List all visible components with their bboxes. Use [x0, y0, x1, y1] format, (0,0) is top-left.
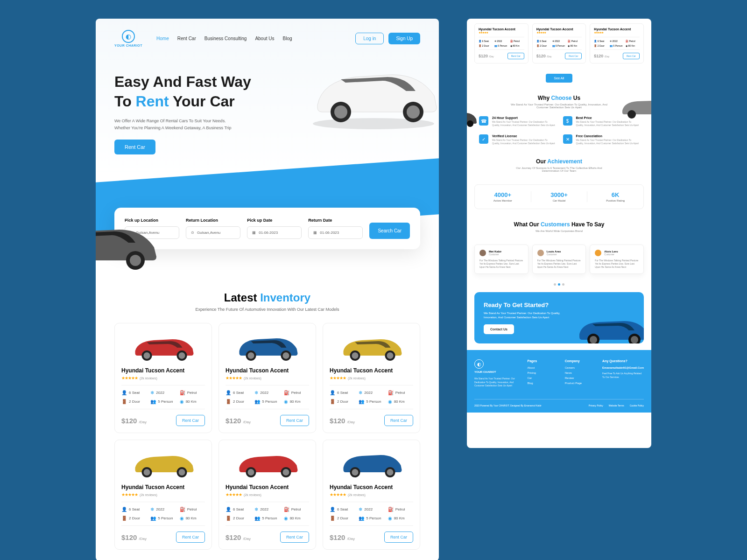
return-location-label: Return Location [186, 218, 240, 223]
signup-button[interactable]: Sign Up [388, 33, 420, 44]
login-button[interactable]: Log in [355, 33, 384, 44]
svg-point-8 [130, 255, 141, 266]
footer-company-column: Company CareersNewsReviewProduct Page [565, 359, 596, 388]
seat-icon: 👤 [226, 390, 231, 395]
footer-link[interactable]: Product Page [565, 382, 596, 385]
svg-point-4 [407, 105, 420, 119]
search-button[interactable]: Search Car [369, 223, 410, 239]
car-card[interactable]: Hyundai Tucson Accent ★★★★★(2k reviews) … [114, 323, 212, 433]
footer-link[interactable]: Website Terms [609, 404, 624, 407]
nav-rent[interactable]: Rent Car [177, 36, 196, 41]
rent-car-button[interactable]: Rent Car [280, 415, 309, 426]
nav-about[interactable]: About Us [255, 36, 274, 41]
pickup-date-input[interactable]: ▦01-06-2023 [247, 226, 302, 239]
seat-icon: 👤 [121, 390, 127, 395]
footer: ◐YOUR CHARIOT We Stand As Your Trusted P… [467, 350, 651, 413]
return-location-input[interactable]: ⊙Gulsan,Avenu [186, 226, 240, 239]
rent-car-button[interactable]: Rent Car [623, 53, 640, 59]
side-car-image [96, 205, 161, 280]
svg-point-32 [387, 469, 394, 476]
car-image [121, 447, 205, 479]
nav-links: Home Rent Car Business Consulting About … [156, 36, 341, 41]
feature-item: ☎24 Hour SupportWe Stand As Your Trusted… [479, 116, 556, 127]
svg-point-40 [631, 336, 638, 343]
car-name: Hyundai Tucson Accent [226, 367, 309, 374]
person-icon: 👥 [254, 399, 260, 404]
footer-bottom: 2023 Powered By Your CHARIOT. Designed B… [474, 399, 644, 407]
mini-car-card[interactable]: Hyundai Tucson Accent★★★★★ 👤 6 Seat❄ 202… [532, 23, 586, 63]
car-card[interactable]: Hyundai Tucson Accent ★★★★★(2k reviews) … [218, 440, 316, 550]
mini-cars-grid: Hyundai Tucson Accent ★★★★★ 👤 6 Seat❄ 20… [467, 19, 651, 68]
rent-car-button[interactable]: Rent Car [565, 53, 582, 59]
pickup-date-field: Pick up Date ▦01-06-2023 [247, 218, 302, 239]
car-footer: $120 /Day Rent Car [121, 415, 205, 426]
rent-car-button[interactable]: Rent Car [384, 415, 413, 426]
why-car-image-2 [467, 107, 479, 130]
svg-point-26 [248, 469, 254, 476]
cta-banner: Ready To Get Started? We Stand As Your T… [474, 292, 644, 343]
nav-home[interactable]: Home [156, 36, 169, 41]
car-card[interactable]: Hyundai Tucson Accent ★★★★★(2k reviews) … [114, 440, 212, 550]
footer-logo[interactable]: ◐YOUR CHARIOT [474, 359, 521, 373]
car-specs: 👤6 Seat ❄2022 ⛽Petrol 🚪2 Door 👥5 Person … [121, 385, 205, 409]
testimonial-card: Louis ArexCustomer For The Windows Talki… [532, 245, 586, 274]
testimonials-row: Met KabirCustomer For The Windows Talkin… [467, 239, 651, 280]
car-image [226, 447, 309, 479]
footer-brand-column: ◐YOUR CHARIOT We Stand As Your Trusted P… [474, 359, 521, 388]
carousel-dots[interactable] [467, 283, 651, 286]
cars-grid: Hyundai Tucson Accent ★★★★★(2k reviews) … [96, 312, 439, 560]
svg-point-22 [144, 469, 150, 476]
footer-link[interactable]: Review [565, 377, 596, 379]
footer-link[interactable]: Blog [527, 382, 558, 385]
speed-icon: ◉ [180, 399, 184, 404]
footer-contact-column: Any Questions? Emanamulkabir91@Gmail.Com… [602, 359, 644, 388]
see-all-button[interactable]: See All [546, 74, 573, 83]
stat-item: 3000+Car Model [531, 191, 588, 202]
person-icon: 👥 [150, 399, 156, 404]
mini-car-card[interactable]: Hyundai Tucson Accent ★★★★★ 👤 6 Seat❄ 20… [474, 23, 529, 63]
mini-car-card[interactable]: Hyundai Tucson Accent★★★★★ 👤 6 Seat❄ 202… [590, 23, 644, 63]
testimonial-card: Met KabirCustomer For The Windows Talkin… [474, 245, 529, 274]
achievement-section: Our Achievement Our Journey Of Success I… [467, 152, 651, 179]
avatar [537, 250, 544, 256]
door-icon: 🚪 [121, 399, 127, 404]
calendar-icon: ▦ [252, 231, 256, 235]
nav-consult[interactable]: Business Consulting [204, 36, 247, 41]
rent-car-button[interactable]: Rent Car [176, 415, 205, 426]
rent-car-button[interactable]: Rent Car [507, 53, 524, 59]
testimonials-section: What Our Customers Have To Say We Are Wo… [467, 215, 651, 239]
footer-link[interactable]: About [527, 366, 558, 369]
footer-link[interactable]: Careers [565, 366, 596, 369]
price-icon: $ [563, 116, 572, 126]
rent-car-button[interactable]: Rent Car [280, 532, 309, 543]
contact-us-button[interactable]: Contact Us [484, 324, 514, 334]
stats-row: 4000+Active Member 3000+Car Model 6KPosi… [474, 184, 644, 209]
hero-rent-button[interactable]: Rent Car [114, 140, 155, 154]
svg-point-2 [334, 105, 347, 119]
logo[interactable]: ◐ YOUR CHARIOT [114, 30, 142, 47]
nav-buttons: Log in Sign Up [355, 33, 420, 44]
footer-link[interactable]: News [565, 371, 596, 374]
rent-car-button[interactable]: Rent Car [176, 532, 205, 543]
nav-blog[interactable]: Blog [283, 36, 292, 41]
return-date-input[interactable]: ▦01-06-2023 [308, 226, 363, 239]
footer-link[interactable]: Cookie Policy [630, 404, 644, 407]
pickup-date-label: Pick up Date [247, 218, 302, 223]
car-card[interactable]: Hyundai Tucson Accent ★★★★★(2k reviews) … [323, 440, 420, 550]
year-icon: ❄ [150, 390, 154, 395]
footer-link[interactable]: Privacy Policy [589, 404, 603, 407]
svg-point-36 [467, 120, 473, 127]
rent-car-button[interactable]: Rent Car [384, 532, 413, 543]
svg-point-33 [627, 110, 636, 119]
svg-point-28 [283, 469, 289, 476]
phone-icon: ☎ [479, 116, 488, 126]
stars-icon: ★★★★★ [121, 376, 138, 380]
car-name: Hyundai Tucson Accent [121, 367, 205, 374]
car-card[interactable]: Hyundai Tucson Accent ★★★★★(2k reviews) … [323, 323, 420, 433]
logo-text: YOUR CHARIOT [114, 44, 142, 47]
car-card[interactable]: Hyundai Tucson Accent ★★★★★(2k reviews) … [218, 323, 316, 433]
footer-link[interactable]: Car [527, 377, 558, 379]
footer-link[interactable]: Pricing [527, 371, 558, 374]
feature-item: ✓Verified LicenseWe Stand As Your Truste… [479, 134, 556, 145]
svg-point-20 [387, 352, 394, 359]
